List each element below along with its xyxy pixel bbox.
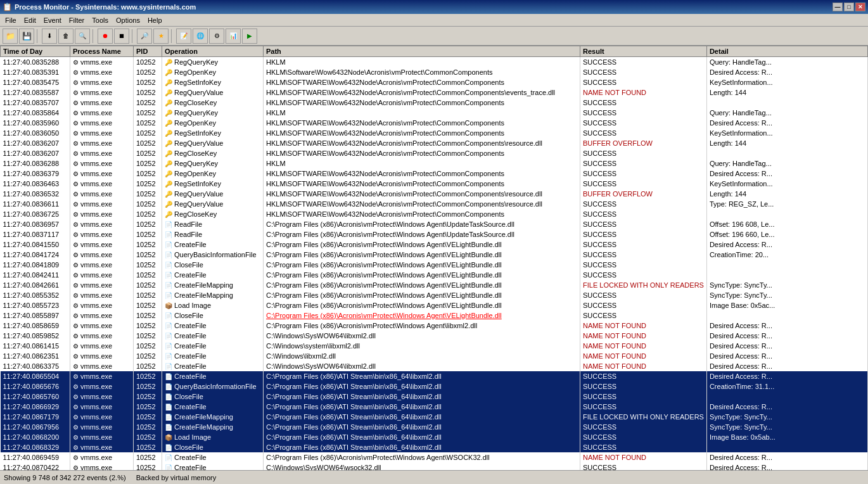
table-cell-pid: 10252 (134, 331, 162, 341)
process-icon: ⚙ (73, 363, 79, 370)
table-row[interactable]: 11:27:40.0837117⚙vmms.exe10252📄ReadFileC… (1, 229, 868, 239)
process-icon: ⚙ (73, 140, 79, 147)
table-row[interactable]: 11:27:40.0836725⚙vmms.exe10252🔑RegCloseK… (1, 209, 868, 219)
table-row[interactable]: 11:27:40.0861415⚙vmms.exe10252📄CreateFil… (1, 341, 868, 351)
autoscroll-button[interactable]: ⬇ (42, 29, 57, 44)
toolbar-separator-1 (37, 29, 39, 43)
table-row[interactable]: 11:27:40.0863375⚙vmms.exe10252📄CreateFil… (1, 361, 868, 371)
table-cell-pid: 10252 (134, 67, 162, 77)
proc-button[interactable]: ⚙ (209, 29, 224, 44)
table-row[interactable]: 11:27:40.0835288⚙vmms.exe10252🔑RegQueryK… (1, 57, 868, 67)
table-row[interactable]: 11:27:40.0870422⚙vmms.exe10252📄CreateFil… (1, 462, 868, 471)
menu-item-filter[interactable]: Filter (65, 15, 88, 25)
table-cell-result: SUCCESS (580, 77, 707, 87)
clear-button[interactable]: 🗑 (58, 29, 73, 44)
open-button[interactable]: 📁 (3, 29, 18, 44)
green-arrow[interactable]: ▶ (242, 29, 257, 44)
filter-button[interactable]: 🔍 (75, 29, 90, 44)
close-button[interactable]: ✕ (855, 3, 865, 11)
save-button[interactable]: 💾 (19, 29, 34, 44)
table-row[interactable]: 11:27:40.0835864⚙vmms.exe10252🔑RegQueryK… (1, 108, 868, 118)
table-row[interactable]: 11:27:40.0835391⚙vmms.exe10252🔑RegOpenKe… (1, 67, 868, 77)
net-button[interactable]: 🌐 (193, 29, 208, 44)
col-pid[interactable]: PID (134, 46, 162, 57)
table-row[interactable]: 11:27:40.0865676⚙vmms.exe10252📄QueryBasi… (1, 381, 868, 392)
table-row[interactable]: 11:27:40.0841550⚙vmms.exe10252📄CreateFil… (1, 239, 868, 250)
stop-button[interactable]: ⏹ (114, 29, 129, 44)
col-result[interactable]: Result (580, 46, 707, 57)
table-row[interactable]: 11:27:40.0867179⚙vmms.exe10252📄CreateFil… (1, 412, 868, 422)
table-cell-result: SUCCESS (580, 250, 707, 260)
operation-icon: 📄 (165, 383, 172, 390)
table-row[interactable]: 11:27:40.0862351⚙vmms.exe10252📄CreateFil… (1, 351, 868, 361)
table-cell-detail: Desired Access: R... (706, 371, 867, 381)
table-row[interactable]: 11:27:40.0859852⚙vmms.exe10252📄CreateFil… (1, 331, 868, 341)
find-button[interactable]: 🔎 (137, 29, 152, 44)
table-row[interactable]: 11:27:40.0865504⚙vmms.exe10252📄CreateFil… (1, 371, 868, 381)
table-row[interactable]: 11:27:40.0835960⚙vmms.exe10252🔑RegOpenKe… (1, 118, 868, 128)
table-row[interactable]: 11:27:40.0841724⚙vmms.exe10252📄QueryBasi… (1, 250, 868, 260)
table-cell-pid: 10252 (134, 148, 162, 158)
table-row[interactable]: 11:27:40.0841809⚙vmms.exe10252📄CloseFile… (1, 260, 868, 270)
table-row[interactable]: 11:27:40.0855897⚙vmms.exe10252📄CloseFile… (1, 310, 868, 321)
table-row[interactable]: 11:27:40.0867956⚙vmms.exe10252📄CreateFil… (1, 422, 868, 432)
table-cell-process-name: ⚙vmms.exe (70, 341, 134, 351)
table-row[interactable]: 11:27:40.0866929⚙vmms.exe10252📄CreateFil… (1, 402, 868, 412)
table-row[interactable]: 11:27:40.0835475⚙vmms.exe10252🔑RegSetInf… (1, 77, 868, 87)
table-cell-time-of-day: 11:27:40.0837117 (1, 229, 70, 239)
process-icon: ⚙ (73, 312, 79, 319)
table-row[interactable]: 11:27:40.0836207⚙vmms.exe10252🔑RegCloseK… (1, 148, 868, 158)
col-path[interactable]: Path (264, 46, 580, 57)
table-row[interactable]: 11:27:40.0858659⚙vmms.exe10252📄CreateFil… (1, 321, 868, 331)
highlight-button[interactable]: ★ (153, 29, 169, 44)
table-row[interactable]: 11:27:40.0836463⚙vmms.exe10252🔑RegSetInf… (1, 179, 868, 189)
table-row[interactable]: 11:27:40.0855352⚙vmms.exe10252📄CreateFil… (1, 290, 868, 300)
col-detail[interactable]: Detail (706, 46, 867, 57)
table-cell-process-name: ⚙vmms.exe (70, 442, 134, 452)
table-row[interactable]: 11:27:40.0836288⚙vmms.exe10252🔑RegQueryK… (1, 158, 868, 169)
status-showing: Showing 9 748 of 342 272 events (2.%) (4, 474, 126, 481)
table-cell-time-of-day: 11:27:40.0841550 (1, 239, 70, 250)
table-row[interactable]: 11:27:40.0835707⚙vmms.exe10252🔑RegCloseK… (1, 98, 868, 108)
table-row[interactable]: 11:27:40.0865760⚙vmms.exe10252📄CloseFile… (1, 392, 868, 402)
table-container[interactable]: Time of Day Process Name PID Operation P… (0, 46, 868, 470)
table-row[interactable]: 11:27:40.0842661⚙vmms.exe10252📄CreateFil… (1, 280, 868, 290)
table-cell-process-name: ⚙vmms.exe (70, 432, 134, 442)
col-operation[interactable]: Operation (162, 46, 264, 57)
table-row[interactable]: 11:27:40.0836207⚙vmms.exe10252🔑RegQueryV… (1, 138, 868, 148)
table-row[interactable]: 11:27:40.0835587⚙vmms.exe10252🔑RegQueryV… (1, 87, 868, 98)
table-cell-path: C:\Program Files (x86)\ATI Stream\bin\x8… (264, 422, 580, 432)
table-cell-path: C:\Program Files (x86)\Acronis\vmProtect… (264, 290, 580, 300)
col-time[interactable]: Time of Day (1, 46, 70, 57)
menu-item-tools[interactable]: Tools (88, 15, 112, 25)
menu-item-file[interactable]: File (1, 15, 20, 25)
table-cell-pid: 10252 (134, 361, 162, 371)
profiler-button[interactable]: 📊 (226, 29, 241, 44)
table-row[interactable]: 11:27:40.0836611⚙vmms.exe10252🔑RegQueryV… (1, 199, 868, 209)
table-row[interactable]: 11:27:40.0836050⚙vmms.exe10252🔑RegSetInf… (1, 128, 868, 138)
table-cell-detail (706, 392, 867, 402)
minimize-button[interactable]: — (833, 3, 843, 11)
table-row[interactable]: 11:27:40.0855723⚙vmms.exe10252📦Load Imag… (1, 300, 868, 310)
menu-item-event[interactable]: Event (40, 15, 65, 25)
operation-icon: 🔑 (165, 170, 172, 177)
table-row[interactable]: 11:27:40.0836957⚙vmms.exe10252📄ReadFileC… (1, 219, 868, 229)
table-row[interactable]: 11:27:40.0868200⚙vmms.exe10252📦Load Imag… (1, 432, 868, 442)
table-row[interactable]: 11:27:40.0868329⚙vmms.exe10252📄CloseFile… (1, 442, 868, 452)
table-row[interactable]: 11:27:40.0842411⚙vmms.exe10252📄CreateFil… (1, 270, 868, 280)
menu-item-options[interactable]: Options (112, 15, 144, 25)
record-button[interactable]: ⏺ (98, 29, 113, 44)
table-cell-process-name: ⚙vmms.exe (70, 87, 134, 98)
reg-button[interactable]: 📝 (176, 29, 191, 44)
process-icon: ⚙ (73, 99, 79, 106)
maximize-button[interactable]: □ (844, 3, 854, 11)
table-row[interactable]: 11:27:40.0836532⚙vmms.exe10252🔑RegQueryV… (1, 189, 868, 199)
operation-icon: 🔑 (165, 69, 172, 76)
table-row[interactable]: 11:27:40.0836379⚙vmms.exe10252🔑RegOpenKe… (1, 169, 868, 179)
table-cell-pid: 10252 (134, 158, 162, 169)
col-process[interactable]: Process Name (70, 46, 134, 57)
menu-item-help[interactable]: Help (144, 15, 166, 25)
table-row[interactable]: 11:27:40.0869459⚙vmms.exe10252📄CreateFil… (1, 452, 868, 462)
menu-item-edit[interactable]: Edit (20, 15, 40, 25)
table-cell-process-name: ⚙vmms.exe (70, 290, 134, 300)
